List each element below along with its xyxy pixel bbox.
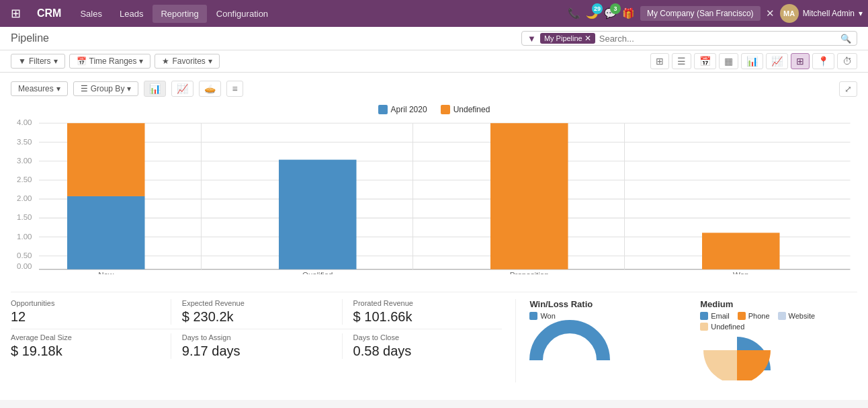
win-loss-chart: Win/Loss Ratio Won — [529, 299, 687, 382]
medium-undefined: Undefined — [700, 323, 744, 331]
nav-configuration[interactable]: Configuration — [208, 5, 276, 23]
svg-text:0.00: 0.00 — [17, 262, 32, 270]
groupby-chevron: ▾ — [127, 84, 131, 93]
phone-label: Phone — [748, 312, 770, 320]
svg-text:1.00: 1.00 — [17, 233, 32, 241]
view-table[interactable]: ▦ — [719, 53, 738, 69]
chart-type-bar[interactable]: 📊 — [144, 81, 166, 97]
bar-new-orange — [67, 123, 145, 196]
svg-text:2.50: 2.50 — [17, 175, 32, 183]
days-close-label: Days to Close — [353, 333, 503, 341]
nav-reporting[interactable]: Reporting — [153, 5, 206, 23]
view-settings[interactable]: ⏱ — [837, 53, 857, 69]
favorites-chevron: ▾ — [208, 56, 212, 66]
win-loss-svg — [529, 320, 610, 367]
svg-text:Proposition: Proposition — [510, 271, 549, 274]
bar-chart-svg: 4.00 3.50 3.00 2.50 2.00 1.50 1.00 0.50 … — [11, 120, 857, 274]
view-bar-chart[interactable]: 📊 — [741, 53, 763, 69]
view-map[interactable]: 📍 — [812, 53, 834, 69]
filters-button[interactable]: ▼ Filters ▾ — [11, 54, 65, 69]
groupby-icon: ☰ — [81, 84, 88, 93]
chart-legend: April 2020 Undefined — [11, 105, 857, 114]
messages-icon[interactable]: 💬 3 — [604, 7, 617, 19]
search-input[interactable] — [599, 34, 836, 44]
nav-sales[interactable]: Sales — [72, 5, 110, 23]
prorated-revenue-value: $ 101.66k — [353, 309, 503, 325]
avg-deal-label: Average Deal Size — [11, 333, 160, 341]
medium-email: Email — [700, 312, 730, 320]
stat-days-assign: Days to Assign 9.17 days — [182, 333, 343, 359]
view-pivot[interactable]: ⊞ — [791, 53, 810, 69]
svg-text:Won: Won — [733, 271, 749, 274]
top-navigation: ⊞ CRM Sales Leads Reporting Configuratio… — [0, 0, 868, 27]
bar-proposition-orange — [490, 123, 568, 269]
chart-type-line[interactable]: 📈 — [171, 81, 193, 97]
view-calendar[interactable]: 📅 — [694, 53, 716, 69]
filter-left: ▼ Filters ▾ 📅 Time Ranges ▾ ★ Favorites … — [11, 54, 646, 69]
medium-phone: Phone — [738, 312, 770, 320]
user-menu[interactable]: MA Mitchell Admin ▾ — [780, 4, 863, 23]
stat-prorated-revenue: Prorated Revenue $ 101.66k — [353, 299, 503, 325]
view-list[interactable]: ☰ — [672, 53, 691, 69]
chart-area: April 2020 Undefined 4.00 3.50 3.00 2.50… — [11, 105, 857, 286]
apps-icon[interactable]: ⊞ — [5, 6, 26, 21]
opportunities-label: Opportunities — [11, 299, 160, 307]
win-loss-title: Win/Loss Ratio — [529, 299, 687, 309]
svg-text:3.00: 3.00 — [17, 157, 32, 165]
activity-icon[interactable]: 🌙 29 — [586, 7, 599, 19]
email-label: Email — [711, 312, 730, 320]
nav-leads[interactable]: Leads — [112, 5, 151, 23]
svg-text:2.00: 2.00 — [17, 194, 32, 202]
timeranges-button[interactable]: 📅 Time Ranges ▾ — [69, 54, 151, 69]
view-kanban[interactable]: ⊞ — [650, 53, 669, 69]
phone-icon[interactable]: 📞 — [568, 7, 580, 19]
avatar: MA — [780, 4, 799, 23]
undefined-dot — [700, 323, 708, 331]
view-switcher: ⊞ ☰ 📅 ▦ 📊 📈 ⊞ 📍 ⏱ — [650, 53, 857, 69]
days-assign-label: Days to Assign — [182, 333, 331, 341]
medium-title: Medium — [700, 299, 857, 309]
filter-tag-remove[interactable]: ✕ — [584, 34, 591, 43]
filter-icon: ▼ — [18, 56, 26, 66]
groupby-button[interactable]: ☰ Group By ▾ — [73, 81, 139, 96]
win-loss-legend: Won — [529, 312, 555, 320]
bar-qualified-blue — [279, 160, 357, 270]
svg-text:New: New — [98, 271, 114, 274]
measures-button[interactable]: Measures ▾ — [11, 81, 68, 96]
phone-dot — [738, 312, 746, 320]
filter-toolbar: ▼ Filters ▾ 📅 Time Ranges ▾ ★ Favorites … — [0, 50, 868, 73]
favorites-button[interactable]: ★ Favorites ▾ — [155, 54, 219, 69]
legend-undefined-label: Undefined — [453, 105, 490, 114]
legend-april: April 2020 — [378, 105, 427, 114]
chart-stack-toggle[interactable]: ≡ — [226, 81, 243, 97]
website-dot — [778, 312, 786, 320]
brand-label: CRM — [29, 7, 69, 19]
search-area: ▼ My Pipeline ✕ 🔍 — [521, 31, 857, 46]
legend-undefined: Undefined — [441, 105, 490, 114]
expected-revenue-value: $ 230.2k — [182, 309, 331, 325]
days-close-value: 0.58 days — [353, 343, 503, 359]
messages-badge: 3 — [610, 3, 621, 14]
view-line-chart[interactable]: 📈 — [766, 53, 788, 69]
filters-chevron: ▾ — [54, 56, 58, 66]
measures-chevron: ▾ — [56, 84, 60, 93]
expand-button[interactable]: ⤢ — [839, 81, 857, 97]
close-icon[interactable]: ✕ — [766, 7, 775, 19]
medium-chart: Medium Email Phone Website — [700, 299, 857, 382]
nav-menu: Sales Leads Reporting Configuration — [72, 5, 564, 23]
timeranges-chevron: ▾ — [139, 56, 143, 66]
stats-row-1: Opportunities 12 Expected Revenue $ 230.… — [11, 299, 502, 325]
legend-undefined-dot — [441, 105, 450, 114]
search-icon[interactable]: 🔍 — [840, 34, 851, 44]
company-selector[interactable]: My Company (San Francisco) — [640, 6, 761, 21]
chart-type-pie[interactable]: 🥧 — [199, 81, 221, 97]
filter-tag-label: My Pipeline — [544, 34, 582, 42]
gift-icon[interactable]: 🎁 — [622, 7, 635, 19]
legend-april-dot — [378, 105, 388, 114]
calendar-icon: 📅 — [77, 56, 87, 66]
prorated-revenue-label: Prorated Revenue — [353, 299, 503, 307]
chart-toolbar: Measures ▾ ☰ Group By ▾ 📊 📈 🥧 ≡ ⤢ — [11, 81, 857, 97]
medium-website: Website — [778, 312, 816, 320]
star-icon: ★ — [162, 56, 169, 66]
undefined-label: Undefined — [711, 323, 744, 331]
